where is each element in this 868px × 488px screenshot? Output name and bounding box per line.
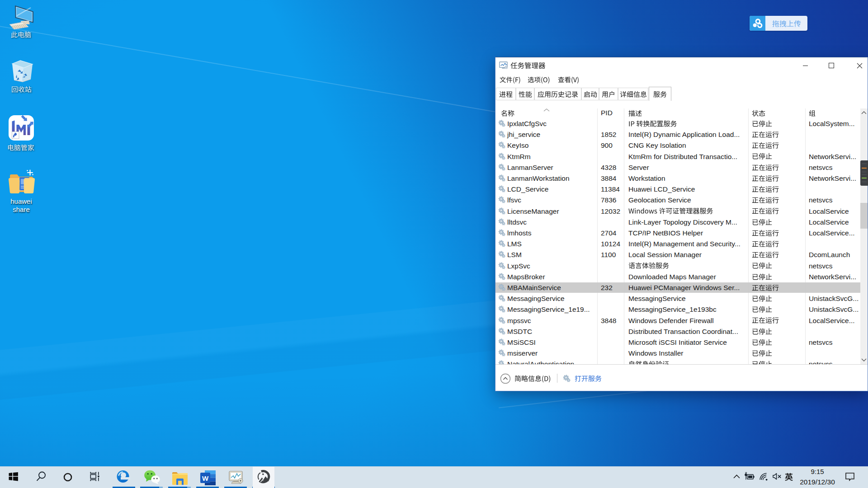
svg-text:W: W [202,474,209,482]
